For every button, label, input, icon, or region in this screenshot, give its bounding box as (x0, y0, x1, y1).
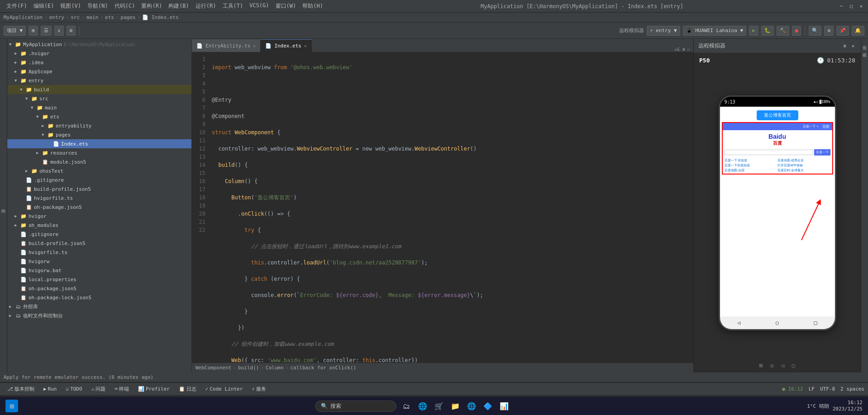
minimize-button[interactable]: ─ (838, 3, 844, 9)
tab-indexets[interactable]: 📄 Index.ets ✕ (261, 39, 312, 52)
tree-hvigor[interactable]: ▶ 📁 .hvigor (7, 49, 191, 58)
emu-circle-btn[interactable]: ○ (792, 362, 795, 369)
breadcrumb-app[interactable]: MyApplication (4, 14, 43, 20)
code-editor[interactable]: 12345 678910 1112131415 1617181920 2122 … (192, 52, 693, 363)
breadcrumb-main[interactable]: main (86, 14, 99, 20)
bc-build[interactable]: build() (238, 365, 259, 371)
bookmarks-panel[interactable]: 收藏 (861, 48, 868, 52)
tree-pages[interactable]: ▼ 📁 pages (7, 130, 191, 139)
phone-screen[interactable]: 逛公博客首页 百度一下 × 百度 Baidu 百度 (720, 107, 835, 316)
taskbar-app-files[interactable]: 🗂 (400, 400, 413, 412)
tree-external[interactable]: ▶ 🗂 外部库 (7, 302, 191, 311)
tree-modulejson[interactable]: 📋 module.json5 (7, 157, 191, 166)
menu-vcs[interactable]: VCS(G) (247, 1, 272, 11)
debug-btn[interactable]: 🐛 (761, 26, 774, 36)
pin-btn[interactable]: 📌 (836, 26, 849, 36)
menu-refactor[interactable]: 重构(R) (138, 1, 165, 11)
emu-grid-btn[interactable]: ⊞ (759, 362, 763, 369)
menu-edit[interactable]: 编辑(E) (31, 1, 57, 11)
bc-callback[interactable]: callback for onClick() (290, 365, 356, 371)
codelinter-btn[interactable]: ✓ Code Linter (202, 385, 246, 393)
bc-webcomponent[interactable]: WebComponent (196, 365, 231, 371)
overview-btn[interactable]: □ (814, 320, 817, 326)
menu-tools[interactable]: 工具(T) (220, 1, 246, 11)
tree-idea[interactable]: ▶ 📁 .idea (7, 58, 191, 67)
breadcrumb-src[interactable]: src (71, 14, 80, 20)
notifications-panel[interactable]: 通知 (861, 41, 868, 44)
taskbar-search[interactable]: 🔍 搜索 (315, 401, 396, 412)
taskbar-app-mail[interactable]: 📁 (449, 400, 462, 412)
breadcrumb-file[interactable]: 📄 Index.ets (142, 14, 178, 20)
menu-build[interactable]: 构建(B) (166, 1, 192, 11)
tree-ohpackage1[interactable]: 📋 oh-package.json5 (7, 203, 191, 212)
tab-close-active[interactable]: ✕ (304, 43, 307, 48)
tree-roothvigorfile[interactable]: 📄 hvigorfile.ts (7, 248, 191, 257)
service-btn[interactable]: ⚡ 服务 (248, 385, 270, 393)
device-dropdown[interactable]: 📱 HUAWEI Lahaina ▼ (683, 26, 747, 36)
breadcrumb-ets[interactable]: ets (105, 14, 114, 20)
bc-column[interactable]: Column (266, 365, 284, 371)
tree-ohmodules[interactable]: ▶ 📁 oh_modules (7, 221, 191, 230)
log-btn[interactable]: 📋 日志 (175, 385, 200, 393)
menu-view[interactable]: 视图(V) (57, 1, 84, 11)
expand-btn[interactable]: ↕ (54, 26, 64, 36)
expand-icon[interactable]: ⋯ (687, 47, 690, 52)
problems-btn[interactable]: ⚠ 问题 (88, 385, 110, 393)
menu-bar[interactable]: 文件(F) 编辑(E) 视图(V) 导航(N) 代码(C) 重构(R) 构建(B… (4, 1, 326, 11)
tree-indexets[interactable]: 📄 Index.ets (7, 139, 191, 148)
tree-hvigor2[interactable]: ▶ 📁 hvigor (7, 212, 191, 221)
stop-btn[interactable]: ■ (792, 26, 801, 36)
gear-btn[interactable]: ⚙ (824, 26, 834, 36)
menu-run[interactable]: 运行(R) (193, 1, 219, 11)
taskbar-app-ide[interactable]: 📊 (498, 400, 510, 412)
run-panel-btn[interactable]: ▶ Run (40, 385, 61, 393)
version-control-btn[interactable]: ⎇ 版本控制 (4, 385, 38, 393)
build-btn[interactable]: 🔨 (777, 26, 789, 36)
tree-rootbuildprofile[interactable]: 📋 build-profile.json5 (7, 239, 191, 248)
tree-buildprofile1[interactable]: 📋 build-profile.json5 (7, 184, 191, 193)
tree-rootohpackage[interactable]: 📋 oh-package.json5 (7, 284, 191, 293)
tree-ohostest[interactable]: ▶ 📁 ohosTest (7, 166, 191, 175)
tree-hvigorwbat[interactable]: 📄 hvigorw.bat (7, 266, 191, 275)
run-btn[interactable]: ▶ (749, 26, 758, 36)
emulator-close[interactable]: ✕ (850, 43, 856, 49)
todo-btn[interactable]: ☑ TODO (62, 385, 86, 393)
taskbar-app-browser[interactable]: 🌐 (416, 400, 429, 412)
taskbar-app-store[interactable]: 🛒 (433, 400, 445, 412)
tree-hvigorw[interactable]: 📄 hvigorw (7, 257, 191, 266)
sort-btn[interactable]: ☰ (41, 26, 52, 36)
menu-nav[interactable]: 导航(N) (85, 1, 111, 11)
menu-help[interactable]: 帮助(H) (300, 1, 326, 11)
home-btn[interactable]: ○ (776, 320, 779, 326)
tree-build[interactable]: ▼ 📁 build (7, 85, 191, 94)
search-btn[interactable]: 🔍 (809, 26, 821, 36)
code-text[interactable]: import web_webview from '@ohos.web.webvi… (208, 52, 693, 363)
tree-entry[interactable]: ▼ 📁 entry (7, 76, 191, 85)
maximize-button[interactable]: □ (848, 3, 854, 9)
fold-icon[interactable]: ✕6 ▼ (674, 47, 685, 52)
emulator-settings[interactable]: ⚙ (842, 43, 848, 49)
tree-appscope[interactable]: ▶ 📁 AppScope (7, 67, 191, 76)
tree-src[interactable]: ▼ 📁 src (7, 94, 191, 103)
tab-entryability[interactable]: 📄 EntryAbility.ts ✕ (192, 39, 261, 52)
tree-rootohpackagelock[interactable]: 📋 oh-package-lock.json5 (7, 293, 191, 302)
webview-button[interactable]: 逛公博客首页 (757, 110, 798, 120)
start-button[interactable]: ⊞ (5, 400, 18, 412)
tab-close[interactable]: ✕ (253, 43, 256, 48)
tree-entryability[interactable]: ▶ 📁 entryability (7, 121, 191, 130)
taskbar-app-devtools[interactable]: 🔷 (482, 400, 494, 412)
tree-rootgitignore[interactable]: 📄 .gitignore (7, 230, 191, 239)
tree-scratch[interactable]: ▶ 🗂 临时文件和控制台 (7, 311, 191, 320)
menu-window[interactable]: 窗口(W) (273, 1, 299, 11)
menu-file[interactable]: 文件(F) (4, 1, 30, 11)
tree-main[interactable]: ▼ 📁 main (7, 103, 191, 112)
project-dropdown[interactable]: 项目 ▼ (4, 26, 26, 36)
close-button[interactable]: ✕ (858, 3, 864, 9)
notif-btn[interactable]: 🔔 (852, 26, 864, 36)
tree-gitignore1[interactable]: 📄 .gitignore (7, 175, 191, 184)
left-panel-toggle[interactable]: 结构 (0, 204, 7, 208)
taskbar-app-explorer[interactable]: 🌐 (465, 400, 478, 412)
layout-btn[interactable]: ⊞ (29, 26, 38, 36)
emu-back-btn[interactable]: ◁ (781, 362, 785, 369)
entry-dropdown[interactable]: ⚡ entry ▼ (647, 26, 680, 36)
